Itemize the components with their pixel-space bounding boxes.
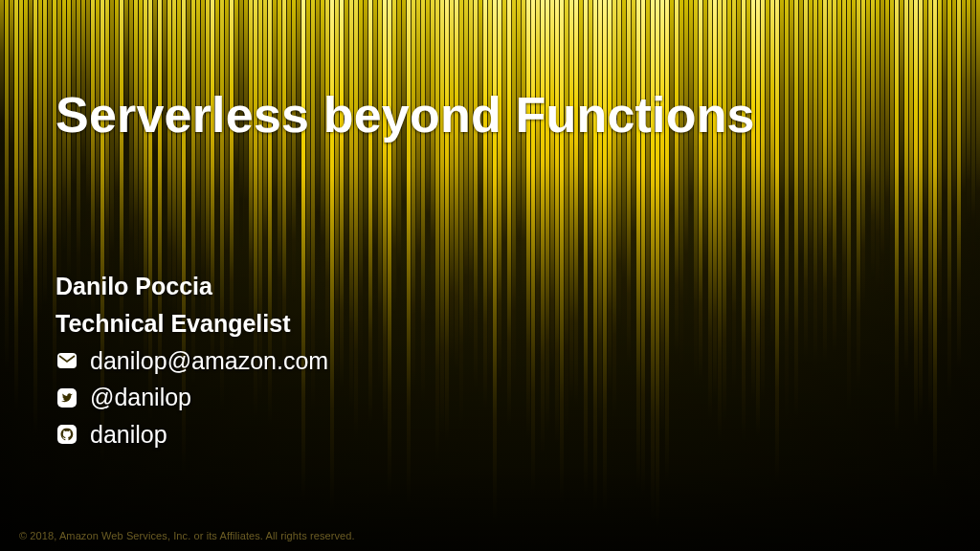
twitter-icon xyxy=(56,386,78,409)
author-github: danilop xyxy=(90,416,167,453)
author-role: Technical Evangelist xyxy=(56,305,924,342)
copyright-notice: © 2018, Amazon Web Services, Inc. or its… xyxy=(19,530,355,541)
slide-title: Serverless beyond Functions xyxy=(56,86,924,143)
author-twitter: @danilop xyxy=(90,379,191,416)
email-icon xyxy=(56,349,78,372)
github-icon xyxy=(56,423,78,446)
title-slide: Serverless beyond Functions Danilo Pocci… xyxy=(0,0,980,551)
author-email: danilop@amazon.com xyxy=(90,342,328,380)
author-name: Danilo Poccia xyxy=(56,268,924,305)
author-block: Danilo Poccia Technical Evangelist danil… xyxy=(56,268,924,453)
contact-email-row: danilop@amazon.com xyxy=(56,342,924,380)
svg-rect-2 xyxy=(57,425,77,444)
contact-github-row: danilop xyxy=(56,416,924,453)
contact-twitter-row: @danilop xyxy=(56,379,924,416)
